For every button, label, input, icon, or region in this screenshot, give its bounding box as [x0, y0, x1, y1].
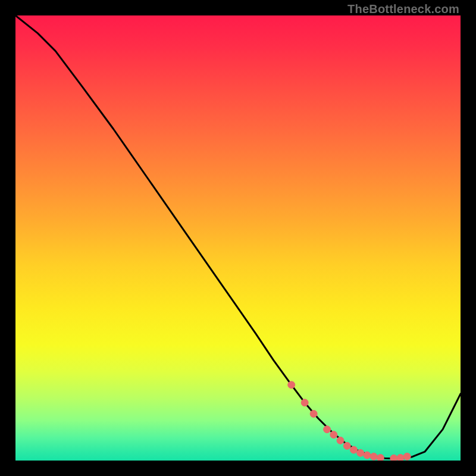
- curve-dot: [377, 455, 384, 461]
- curve-svg: [15, 15, 461, 461]
- curve-dot: [350, 446, 357, 453]
- curve-dot: [370, 453, 377, 460]
- curve-dot: [390, 455, 397, 461]
- curve-dot: [343, 442, 350, 449]
- curve-dot: [364, 452, 371, 459]
- curve-dot: [403, 453, 411, 460]
- plot-area: [15, 15, 461, 461]
- curve-dot: [357, 449, 364, 456]
- curve-dot: [288, 381, 295, 389]
- curve-dot: [324, 426, 331, 433]
- curve-dot: [330, 431, 337, 439]
- bottleneck-curve: [15, 15, 461, 459]
- curve-dot: [301, 399, 308, 406]
- chart-frame: TheBottleneck.com: [0, 0, 476, 476]
- curve-dot: [310, 410, 317, 417]
- watermark-text: TheBottleneck.com: [347, 2, 459, 16]
- curve-dot: [397, 455, 404, 461]
- curve-dot: [337, 437, 344, 444]
- curve-dots-group: [288, 381, 411, 461]
